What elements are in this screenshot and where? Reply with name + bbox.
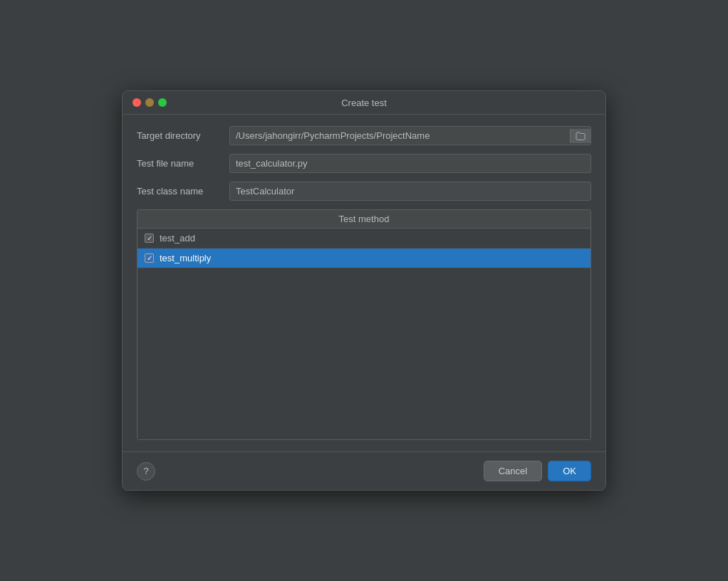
cancel-button[interactable]: Cancel bbox=[484, 461, 542, 481]
browse-folder-button[interactable] bbox=[570, 129, 591, 143]
help-button[interactable]: ? bbox=[137, 462, 155, 481]
test-method-header: Test method bbox=[137, 210, 591, 229]
test-method-item-test-multiply[interactable]: ✓ test_multiply bbox=[137, 248, 591, 268]
titlebar: Create test bbox=[123, 91, 605, 115]
ok-button[interactable]: OK bbox=[548, 461, 591, 481]
test-add-checkbox[interactable]: ✓ bbox=[145, 234, 154, 243]
minimize-button[interactable] bbox=[145, 98, 154, 107]
target-directory-label: Target directory bbox=[137, 130, 229, 141]
target-directory-row: Target directory bbox=[137, 126, 591, 145]
traffic-lights bbox=[132, 98, 167, 107]
create-test-dialog: Create test Target directory Test file n… bbox=[122, 90, 606, 491]
close-button[interactable] bbox=[132, 98, 141, 107]
test-class-name-input-wrapper bbox=[229, 182, 591, 201]
footer-buttons: Cancel OK bbox=[484, 461, 591, 481]
test-class-name-label: Test class name bbox=[137, 186, 229, 197]
test-class-name-input[interactable] bbox=[230, 182, 591, 200]
test-file-name-row: Test file name bbox=[137, 154, 591, 173]
test-file-name-label: Test file name bbox=[137, 158, 229, 169]
test-method-empty-space bbox=[137, 268, 591, 439]
maximize-button[interactable] bbox=[158, 98, 167, 107]
test-method-section: Test method ✓ test_add ✓ test_multiply bbox=[137, 209, 591, 440]
test-method-list: ✓ test_add ✓ test_multiply bbox=[137, 229, 591, 439]
target-directory-input[interactable] bbox=[230, 127, 570, 145]
target-directory-input-wrapper bbox=[229, 126, 591, 145]
test-multiply-label: test_multiply bbox=[160, 253, 211, 263]
dialog-body: Target directory Test file name Test cla… bbox=[123, 115, 605, 451]
dialog-title: Create test bbox=[341, 98, 387, 108]
dialog-footer: ? Cancel OK bbox=[123, 451, 605, 490]
test-file-name-input-wrapper bbox=[229, 154, 591, 173]
test-multiply-checkbox[interactable]: ✓ bbox=[145, 253, 154, 263]
test-class-name-row: Test class name bbox=[137, 182, 591, 201]
test-add-label: test_add bbox=[160, 233, 195, 244]
test-method-item-test-add[interactable]: ✓ test_add bbox=[137, 229, 591, 248]
test-file-name-input[interactable] bbox=[230, 155, 591, 172]
